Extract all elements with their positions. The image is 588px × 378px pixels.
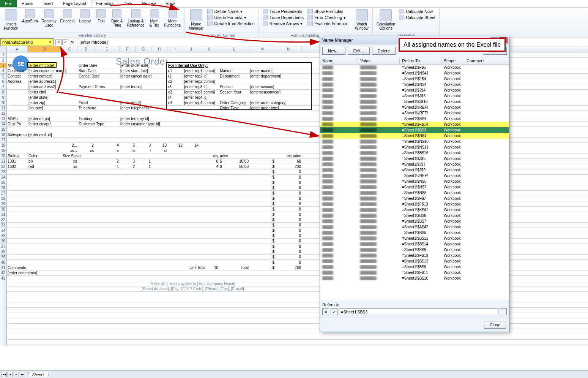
funclib-autosum-button[interactable]: AutoSum [20, 8, 39, 24]
cell-N28[interactable]: 0 [275, 196, 302, 201]
cell-N37[interactable]: 0 [275, 244, 302, 249]
row-header-11[interactable]: 11 [0, 106, 6, 111]
col-header-G[interactable]: G [136, 46, 151, 52]
cell-J8[interactable]: [enter rep3 comm] [183, 90, 221, 95]
cell-L8[interactable]: Season Year [219, 90, 253, 95]
row-header-9[interactable]: 9 [0, 95, 6, 100]
name-manager-row[interactable]: ██████████=Sheet1!$F$4Workbook [320, 76, 509, 82]
cell-N38[interactable]: 0 [275, 249, 302, 255]
cell-N33[interactable]: 0 [275, 223, 302, 228]
cell-D4[interactable]: Start Date [78, 68, 112, 74]
row-header-18[interactable]: 18 [0, 143, 6, 148]
row-header-40[interactable]: 40 [0, 260, 6, 265]
row-header-31[interactable]: 31 [0, 212, 6, 217]
cell-J9[interactable]: [enter rep4 id] [183, 95, 221, 100]
cell-K41[interactable]: 10 [199, 265, 219, 270]
funclib-insert-function-button[interactable]: Insert Function [2, 8, 20, 31]
cell-I6[interactable]: c2 [167, 79, 183, 84]
cell-M8[interactable]: [enterseasonyear] [249, 90, 295, 95]
cell-F21[interactable]: 3 [120, 159, 136, 164]
name-manager-row[interactable]: ██████████=Sheet1!$N$4Workbook [320, 82, 509, 87]
cell-M10[interactable]: [enter order category] [249, 100, 295, 106]
name-manager-row[interactable]: ██████████=Sheet1!#REF!Workbook [320, 104, 509, 110]
col-header-H[interactable]: H [151, 46, 167, 52]
cell-J7[interactable]: [enter rep3 id] [183, 84, 221, 90]
row-header-8[interactable]: 8 [0, 90, 6, 95]
cell-I18[interactable]: 12 [167, 143, 183, 148]
cell-N36[interactable]: 0 [275, 239, 302, 244]
funclib-recently-used-button[interactable]: Recently Used [40, 8, 58, 28]
funclib-more-functions-button[interactable]: More Functions [163, 8, 182, 28]
refers-accept-icon[interactable]: ✓ [331, 308, 337, 315]
name-manager-row[interactable]: ██████████=Sheet1!#REF!Workbook [320, 173, 509, 179]
cell-B10[interactable]: [enter zip] [28, 100, 85, 106]
name-manager-row[interactable]: ██████████=Sheet1!$B$6Workbook [320, 213, 509, 218]
watch-window-button[interactable]: Watch Window [353, 8, 370, 31]
define-name-button[interactable]: Define Name▾ [206, 8, 256, 14]
cell-D3[interactable]: Order Date [78, 63, 112, 68]
row-header-16[interactable]: 16 [0, 132, 6, 138]
name-box[interactable]: nManufacturerId▼ [0, 38, 54, 46]
error-checking-button[interactable]: Error Checking▾ [306, 14, 348, 21]
name-manager-row[interactable]: ██████████=Sheet1!$F$10Workbook [320, 253, 509, 258]
cell-F22[interactable]: 2 [120, 164, 136, 169]
col-header-E[interactable]: E [95, 46, 120, 52]
name-manager-row[interactable]: ██████████=Sheet1!$A$42Workbook [320, 224, 509, 230]
cell-N34[interactable]: 0 [275, 228, 302, 233]
col-header-D[interactable]: D [78, 46, 95, 52]
cell-N21[interactable]: 60 [275, 159, 302, 164]
row-header-20[interactable]: 20 [0, 153, 6, 159]
cell-H18[interactable]: 10 [151, 143, 167, 148]
col-header-J[interactable]: J [183, 46, 199, 52]
row-header-30[interactable]: 30 [0, 207, 6, 212]
name-manager-row[interactable]: ██████████=Sheet1!$K$5Workbook [320, 247, 509, 253]
tab-home[interactable]: Home [17, 0, 38, 7]
cell-B21[interactable]: blk [28, 159, 62, 164]
remove-arrows-button[interactable]: Remove Arrows▾ [261, 21, 305, 27]
name-manager-row[interactable]: ██████████=Sheet1!$N$8Workbook [320, 190, 509, 196]
delete-button[interactable]: Delete [372, 47, 396, 55]
cell-N23[interactable]: 0 [275, 169, 302, 175]
col-header-I[interactable]: I [167, 46, 183, 52]
cell-J18[interactable]: 14 [183, 143, 199, 148]
name-manager-row[interactable]: ██████████=Sheet1!$B$3Workbook [320, 127, 509, 133]
name-manager-row[interactable]: ██████████=Sheet1!$F$11Workbook [320, 270, 509, 275]
cell-I10[interactable]: c4 [167, 100, 183, 106]
name-manager-button[interactable]: Name Manager [187, 8, 205, 31]
cell-A14[interactable]: Cust Po [7, 122, 28, 127]
name-manager-row[interactable]: ██████████=Sheet1!$J$4Workbook [320, 87, 509, 93]
cell-F14[interactable]: [enter customer type id] [120, 122, 165, 127]
cell-M31[interactable]: $ [249, 212, 275, 217]
name-manager-row[interactable]: ██████████=Sheet1!$B$13Workbook [320, 258, 509, 264]
cell-C18[interactable]: 2... [62, 143, 78, 148]
tab-insert[interactable]: Insert [38, 0, 58, 7]
row-header-27[interactable]: 27 [0, 191, 6, 196]
cell-D18[interactable]: 2 [78, 143, 95, 148]
cell-N35[interactable]: 0 [275, 233, 302, 239]
cell-K21[interactable]: 6 [199, 159, 219, 164]
name-manager-row[interactable]: ██████████=Sheet1!#REF!Workbook [320, 110, 509, 116]
cell-N40[interactable]: 0 [275, 260, 302, 265]
cell-M24[interactable]: $ [249, 175, 275, 180]
cell-N29[interactable]: 0 [275, 201, 302, 207]
cell-F10[interactable]: [enter email] [120, 100, 165, 106]
cell-C19[interactable]: xs... [62, 148, 78, 153]
row-header-38[interactable]: 38 [0, 249, 6, 255]
cell-C21[interactable]: xs [62, 159, 78, 164]
cell-M25[interactable]: $ [249, 180, 275, 185]
cell-M22[interactable]: $ [249, 164, 275, 169]
cell-B7[interactable]: [enter address2] [28, 84, 85, 90]
cell-L10[interactable]: Order Category [219, 100, 253, 106]
cell-B22[interactable]: red [28, 164, 62, 169]
name-manager-row[interactable]: ██████████=Sheet1!$F$5Workbook [320, 65, 509, 70]
cell-N26[interactable]: 0 [275, 185, 302, 191]
chevron-down-icon[interactable]: ▼ [49, 41, 52, 44]
cell-F18[interactable]: 6 [120, 143, 136, 148]
cell-F19[interactable]: m [120, 148, 136, 153]
cell-M28[interactable]: $ [249, 196, 275, 201]
cancel-formula-icon[interactable]: ✕ [55, 39, 61, 45]
row-header-3[interactable]: 3 [0, 63, 6, 68]
funclib-math-trig-button[interactable]: Math & Trig [147, 8, 162, 28]
cell-J10[interactable]: [enter rep4 comm] [183, 100, 221, 106]
cell-F5[interactable]: [enter cancel date] [120, 74, 165, 79]
